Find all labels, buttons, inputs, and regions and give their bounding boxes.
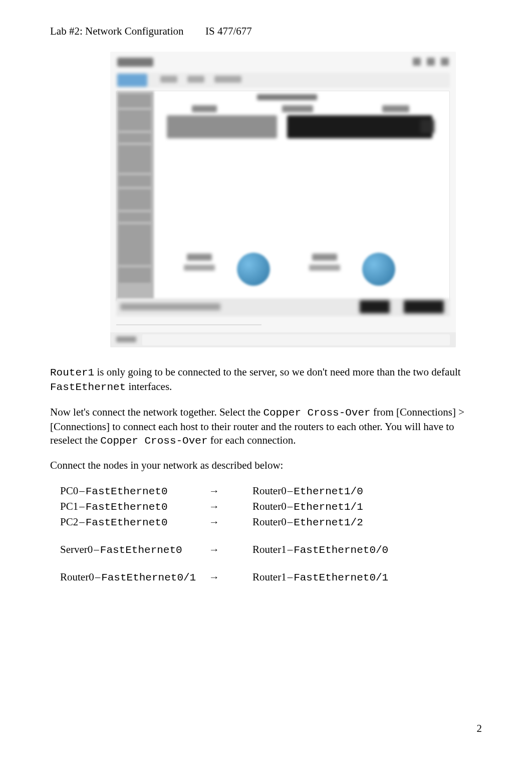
table-row: Server0–FastEthernet0 → Router1–FastEthe… [60,543,388,557]
module-bar-left [167,115,277,138]
interface: FastEthernet0 [86,501,168,513]
connection-table: PC0–FastEthernet0 → Router0–Ethernet1/0 … [59,483,389,586]
dash: – [287,516,294,528]
interface: FastEthernet0/1 [294,572,388,583]
description-bar [116,298,450,316]
device: Router1 [252,571,287,583]
screenshot-figure [110,52,467,347]
table-row: PC2–FastEthernet0 → Router0–Ethernet1/2 [60,515,388,530]
dash: – [78,500,86,512]
column-label-3 [382,105,409,112]
arrow: → [209,484,251,499]
device: Router0 [60,571,94,583]
header-right: IS 477/677 [205,25,252,38]
bottom-bar [110,332,456,347]
inline-code: Copper Cross-Over [263,407,370,419]
dash: – [287,543,294,555]
table-row: PC1–FastEthernet0 → Router0–Ethernet1/1 [60,500,388,514]
close-icon [441,58,449,66]
page-header: Lab #2: Network Configuration IS 477/677 [50,25,482,38]
arrow: → [209,543,251,557]
interface: Ethernet1/0 [294,486,363,497]
p2-pre: Now let's connect the network together. … [50,406,263,418]
interface: Ethernet1/2 [294,517,363,528]
device: Router0 [252,500,287,512]
p1-post: interfaces. [126,380,172,393]
window-buttons [413,58,449,66]
active-tab [117,74,147,87]
interface: Ethernet1/1 [294,501,363,513]
screenshot-blurred [110,52,456,347]
inline-code: Router1 [50,367,94,378]
interface: FastEthernet0/1 [101,572,196,583]
arrow: → [209,515,251,530]
interface: FastEthernet0 [100,544,182,556]
inline-code: FastEthernet [50,381,126,393]
interface: FastEthernet0 [86,486,168,497]
device: Router1 [252,543,287,555]
window-title-placeholder [117,58,153,67]
inline-code: Copper Cross-Over [100,435,207,447]
panel-caption [257,94,317,100]
interface: FastEthernet0/0 [294,544,388,556]
module-thumb-1 [360,300,390,313]
paragraph-3: Connect the nodes in your network as des… [50,459,482,472]
zoom-label-1 [187,254,212,261]
config-panel [116,91,450,301]
arrow: → [209,500,251,514]
zoom-sub-1 [184,265,215,271]
body-text: Router1 is only going to be connected to… [50,365,482,586]
column-label-2 [282,105,313,112]
bottom-track [142,334,450,345]
column-label-1 [192,105,217,112]
table-row: PC0–FastEthernet0 → Router0–Ethernet1/0 [60,484,388,499]
paragraph-1: Router1 is only going to be connected to… [50,365,482,395]
dash: – [287,571,294,583]
sidebar-items [119,94,151,283]
module-thumb-2 [404,300,444,313]
page-container: Lab #2: Network Configuration IS 477/677 [0,0,532,780]
minimize-icon [413,58,421,66]
device: Server0 [60,543,93,555]
arrow: → [209,570,251,585]
device: PC0 [60,485,78,497]
header-left: Lab #2: Network Configuration [50,25,205,38]
maximize-icon [427,58,435,66]
device: PC1 [60,500,78,512]
dash: – [287,500,294,512]
page-number: 2 [477,722,482,735]
device: Router0 [252,516,287,528]
zoom-knob-2 [362,253,395,286]
dash: – [78,516,86,528]
description-text [120,303,220,310]
zoom-knob-1 [237,253,270,286]
dash: – [94,571,102,583]
zoom-sub-2 [309,265,340,271]
table-row: Router0–FastEthernet0/1 → Router1–FastEt… [60,570,388,585]
zoom-controls [162,251,444,296]
interface: FastEthernet0 [86,517,168,528]
zoom-label-2 [312,254,337,261]
dash: – [93,543,100,555]
p2-post: for each connection. [208,434,296,446]
device: Router0 [252,485,287,497]
dash: – [78,485,86,497]
bottom-label [116,336,136,342]
paragraph-2: Now let's connect the network together. … [50,406,482,448]
divider-line [116,324,261,325]
tab-labels [160,76,241,83]
port-icon [420,119,434,133]
device: PC2 [60,516,78,528]
dash: – [287,485,294,497]
p1-mid: is only going to be connected to the ser… [94,366,460,378]
module-bar-right [287,115,432,138]
